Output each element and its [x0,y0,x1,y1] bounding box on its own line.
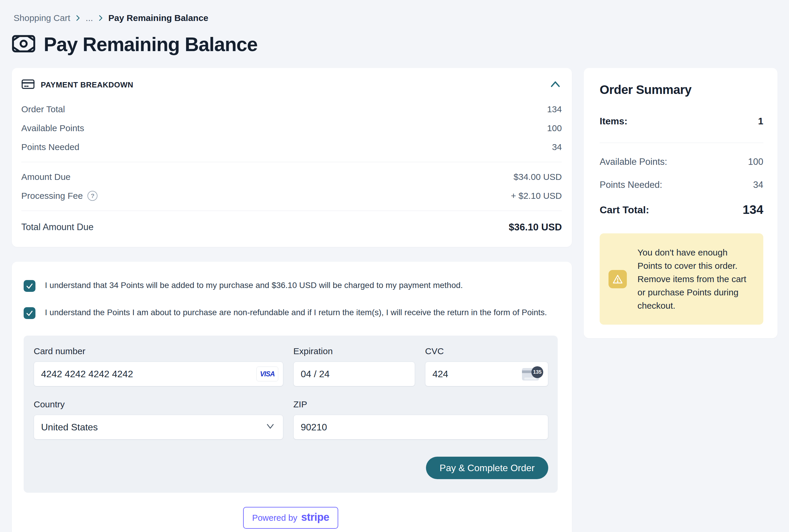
zip-label: ZIP [293,399,548,410]
banknote-icon [12,35,36,54]
warning-triangle-icon [609,270,627,288]
card-number-input[interactable] [34,362,283,386]
row-label: Order Total [21,104,65,114]
row-value: 1 [758,116,763,127]
payment-form-card: I understand that 34 Points will be adde… [12,262,572,532]
row-value: + $2.10 USD [511,191,562,201]
cvc-label: CVC [425,346,548,356]
row-value: 34 [753,179,763,190]
country-label: Country [34,399,283,410]
row-value: $34.00 USD [514,172,562,182]
payment-breakdown-card: PAYMENT BREAKDOWN Order Total 134 Availa… [12,68,572,247]
total-amount-value: $36.10 USD [509,222,562,233]
row-label: Items: [600,116,628,127]
consent-row-2: I understand the Points I am about to pu… [24,306,558,319]
row-label: Points Needed [21,142,79,152]
row-value: 34 [552,142,562,152]
page-title: Pay Remaining Balance [44,33,257,56]
stripe-logo: stripe [301,511,329,524]
consent-text: I understand that 34 Points will be adde… [45,279,463,292]
row-label: Processing Fee [21,191,83,201]
consent-checkbox-2[interactable] [24,307,36,319]
card-number-field-group: Card number VISA [34,346,283,386]
chevron-right-icon [98,14,104,22]
consent-checkbox-1[interactable] [24,280,36,292]
cvc-card-icon: 135 [522,366,543,382]
row-value: 134 [743,203,763,217]
row-points-needed: Points Needed: 34 [600,179,763,190]
row-label: Available Points: [600,156,667,167]
row-label: Amount Due [21,172,71,182]
row-order-total: Order Total 134 [21,100,562,119]
chevron-right-icon [75,14,81,22]
consent-row-1: I understand that 34 Points will be adde… [24,279,558,292]
divider [21,211,562,211]
row-value: 100 [547,123,562,133]
row-processing-fee: Processing Fee ? + $2.10 USD [21,186,562,205]
warning-text: You don't have enough Points to cover th… [637,246,753,312]
row-value: 100 [748,156,763,167]
page-title-row: Pay Remaining Balance [12,33,777,56]
breadcrumb-current: Pay Remaining Balance [109,13,208,23]
pay-complete-order-button[interactable]: Pay & Complete Order [426,457,548,479]
page-root: Shopping Cart ... Pay Remaining Balance … [0,0,789,532]
visa-brand-icon: VISA [256,366,278,381]
row-label: Total Amount Due [21,222,94,232]
row-label: Points Needed: [600,179,662,190]
row-available-points: Available Points 100 [21,119,562,138]
breadcrumb-shopping-cart[interactable]: Shopping Cart [14,13,70,23]
help-icon[interactable]: ? [88,191,97,201]
country-select[interactable]: United States [34,415,283,439]
powered-by-label: Powered by [252,513,297,523]
expiration-field-group: Expiration [293,346,415,386]
stripe-form-panel: Card number VISA Expiration [24,336,558,493]
order-summary-card: Order Summary Items: 1 Available Points:… [584,68,777,338]
row-total-amount-due: Total Amount Due $36.10 USD [21,216,562,234]
row-points-needed: Points Needed 34 [21,138,562,156]
collapse-chevron-up-icon[interactable] [549,79,562,90]
powered-by-stripe-badge[interactable]: Powered by stripe [243,507,338,529]
cvc-field-group: CVC 135 [425,346,548,386]
row-value: 134 [547,104,562,114]
row-items: Items: 1 [600,116,763,127]
country-field-group: Country United States [34,399,283,439]
divider [21,162,562,162]
credit-card-icon [21,79,35,91]
expiration-input[interactable] [294,362,415,386]
payment-breakdown-title: PAYMENT BREAKDOWN [41,80,133,90]
zip-input[interactable] [294,415,548,439]
row-label: Available Points [21,123,84,133]
card-number-label: Card number [34,346,283,356]
expiration-label: Expiration [293,346,415,356]
row-available-points: Available Points: 100 [600,156,763,167]
consent-text: I understand the Points I am about to pu… [45,306,547,319]
breadcrumb: Shopping Cart ... Pay Remaining Balance [12,13,777,23]
row-label: Cart Total: [600,204,649,216]
breadcrumb-ellipsis[interactable]: ... [86,13,93,23]
order-summary-title: Order Summary [600,83,763,97]
row-amount-due: Amount Due $34.00 USD [21,168,562,186]
zip-field-group: ZIP [293,399,548,439]
row-cart-total: Cart Total: 134 [600,203,763,217]
points-warning-banner: You don't have enough Points to cover th… [600,233,763,325]
